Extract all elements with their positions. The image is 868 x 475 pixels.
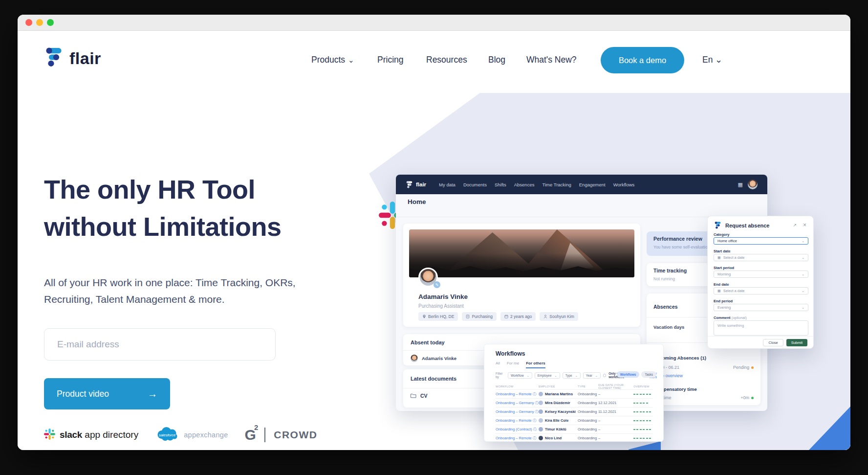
salesforce-appexchange-link[interactable]: salesforce appexchange: [155, 425, 228, 445]
user-avatar[interactable]: [748, 180, 758, 189]
slack-logo-icon: [44, 429, 55, 442]
nav-whats-new[interactable]: What's New?: [526, 55, 577, 65]
comment-textarea[interactable]: [714, 320, 808, 336]
absent-person-row[interactable]: Adamaris Vinke: [411, 355, 456, 362]
email-input[interactable]: [44, 328, 276, 361]
app-flair-logo[interactable]: flair: [406, 181, 426, 188]
app-nav-engagement[interactable]: Engagement: [579, 182, 606, 187]
progress-bar: [633, 403, 648, 404]
request-absence-modal: Request absence ↗ × Category Home office…: [707, 216, 814, 349]
chevron-down-icon: ⌄: [575, 374, 578, 377]
pill-tasks[interactable]: Tasks: [641, 371, 656, 378]
info-icon: ⓘ: [533, 392, 537, 396]
chevron-down-icon: ⌄: [348, 56, 354, 64]
calendar-icon[interactable]: ▦: [738, 181, 743, 188]
app-nav-my-data[interactable]: My data: [439, 182, 456, 187]
table-row[interactable]: Onboarding – Remote ⓘ Mariana Martins On…: [496, 389, 653, 398]
department-icon: [466, 315, 470, 318]
chevron-down-icon: ⌄: [802, 256, 804, 260]
latest-documents-title: Latest documents: [411, 376, 456, 382]
close-button[interactable]: Close: [763, 339, 783, 346]
table-row[interactable]: Onboarding (Contract) ⓘ Timur Köklü Onbo…: [496, 425, 653, 433]
document-row-cv[interactable]: CV: [411, 393, 428, 399]
language-selector[interactable]: En ⌄: [702, 55, 722, 65]
tab-all[interactable]: All: [496, 361, 500, 368]
pill-workflows[interactable]: Workflows: [617, 371, 640, 378]
vacation-days-title: Vacation days: [653, 324, 684, 330]
end-date-input[interactable]: ▦ Select a date⌄: [714, 287, 808, 294]
employee-name: Adamaris Vinke: [418, 293, 468, 300]
table-header: WORKFLOW EMPLOYEE TYPE DUE DATE (YOUR CL…: [496, 384, 653, 389]
cover-photo: [409, 229, 634, 277]
location-pin-icon: [422, 315, 426, 318]
hero-subtitle: All of your HR work in one place: Time T…: [44, 274, 296, 308]
info-icon: ⓘ: [533, 427, 537, 431]
close-window-button[interactable]: [25, 19, 32, 26]
table-row[interactable]: Onboarding – Remote ⓘ Nico Lind Onboardi…: [496, 433, 653, 442]
person-icon: [543, 315, 547, 318]
category-select[interactable]: Home office⌄: [714, 237, 808, 245]
nav-products[interactable]: Products⌄: [311, 55, 354, 65]
chevron-down-icon: ⌄: [802, 239, 804, 243]
flair-logo-icon: [714, 222, 721, 231]
profile-badges: Berlin HQ, DE Purchasing 2 years ago: [418, 312, 578, 321]
employee-avatar: [539, 418, 543, 423]
table-row[interactable]: Onboarding – Germany ⓘ Kelsey Kaczynski …: [496, 407, 653, 416]
app-nav-workflows[interactable]: Workflows: [613, 182, 635, 187]
zoom-window-button[interactable]: [47, 19, 54, 26]
tab-for-others[interactable]: For others: [526, 361, 545, 368]
app-nav-shifts[interactable]: Shifts: [495, 182, 506, 187]
category-label: Category: [714, 232, 730, 237]
arrow-right-icon: →: [148, 388, 157, 400]
shade-overlay: [409, 253, 634, 277]
workflows-table: Onboarding – Remote ⓘ Mariana Martins On…: [496, 389, 653, 442]
app-nav-documents[interactable]: Documents: [463, 182, 487, 187]
minimize-window-button[interactable]: [36, 19, 43, 26]
workflows-panel: Workflows All For me For others Filter b…: [484, 344, 664, 442]
overtime-value: +0m: [740, 395, 754, 400]
modal-footer: Close Submit: [708, 336, 813, 348]
location-badge: Berlin HQ, DE: [418, 312, 458, 321]
start-date-input[interactable]: ▦ Select a date⌄: [714, 254, 808, 261]
only-uncompleted-checkbox[interactable]: [603, 374, 606, 377]
filter-workflow-select[interactable]: Workflow⌄: [508, 372, 532, 379]
start-date-label: Start date: [714, 249, 731, 253]
tab-for-me[interactable]: For me: [507, 361, 519, 368]
flair-logo-icon: [44, 47, 64, 69]
start-period-label: Start period: [714, 266, 734, 270]
filter-type-select[interactable]: Type⌄: [563, 372, 581, 379]
person-avatar: [411, 355, 418, 362]
flair-logo[interactable]: flair: [44, 47, 101, 69]
chevron-down-icon: ⌄: [715, 55, 722, 65]
g2-logo: G2: [245, 427, 260, 443]
slack-app-directory-link[interactable]: slack app directory: [44, 429, 138, 442]
nav-resources[interactable]: Resources: [426, 55, 467, 65]
filter-year-select[interactable]: Year⌄: [583, 372, 601, 379]
progress-bar: [633, 429, 652, 430]
edit-avatar-icon[interactable]: ✎: [434, 281, 440, 288]
nav-pricing[interactable]: Pricing: [377, 55, 404, 65]
product-video-button[interactable]: Product video →: [44, 378, 170, 409]
close-icon[interactable]: ×: [803, 222, 806, 228]
app-nav-time-tracking[interactable]: Time Tracking: [542, 182, 571, 187]
info-icon: ⓘ: [535, 401, 539, 405]
manager-badge: Soohyun Kim: [540, 312, 578, 321]
end-period-label: End period: [714, 299, 733, 303]
submit-button[interactable]: Submit: [786, 339, 807, 346]
table-row[interactable]: Onboarding – Germany ⓘ Mira Düzdemir Onb…: [496, 398, 653, 407]
app-nav-absences[interactable]: Absences: [514, 182, 535, 187]
g2-crowd-link[interactable]: G2 CROWD: [245, 427, 318, 443]
site-header: flair Products⌄ Pricing Resources Blog W…: [18, 31, 850, 93]
table-row[interactable]: Onboarding – Remote ⓘ Kira Elle Cole Onb…: [496, 416, 653, 425]
external-link-icon[interactable]: ↗: [793, 223, 797, 227]
nav-blog[interactable]: Blog: [488, 55, 505, 65]
filter-employee-select[interactable]: Employee⌄: [535, 372, 560, 379]
desktop-background: flair Products⌄ Pricing Resources Blog W…: [0, 0, 868, 475]
comment-label: Comment (optional): [714, 316, 747, 320]
positive-status-dot: [751, 397, 754, 399]
book-a-demo-button[interactable]: Book a demo: [601, 47, 684, 73]
absences-title: Absences: [653, 304, 678, 310]
end-period-select[interactable]: Evening⌄: [714, 304, 808, 311]
start-period-select[interactable]: Morning⌄: [714, 271, 808, 278]
salesforce-logo-icon: salesforce: [155, 425, 179, 445]
